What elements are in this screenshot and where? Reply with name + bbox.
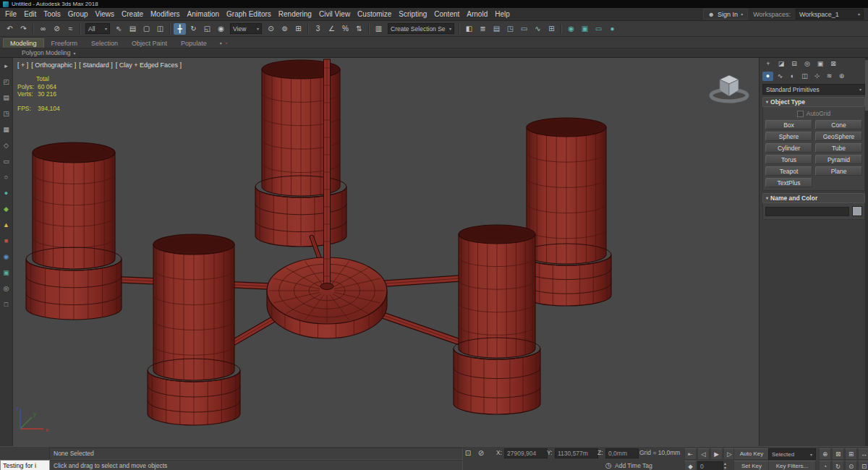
- maxscript-mini-listener[interactable]: Testing for i: [0, 460, 50, 470]
- named-selection-set-dropdown[interactable]: Create Selection Se ▾: [388, 23, 454, 34]
- schematic-view-icon[interactable]: ⊞: [545, 23, 558, 35]
- current-frame-field[interactable]: 0: [697, 461, 723, 470]
- undo-icon[interactable]: ↶: [4, 23, 16, 35]
- percent-snap-icon[interactable]: %: [339, 23, 352, 35]
- select-by-name-icon[interactable]: ▤: [127, 23, 139, 35]
- space-warps-category-icon[interactable]: ≋: [824, 72, 835, 81]
- go-to-start-icon[interactable]: ⇤: [684, 448, 697, 460]
- dock-toolbar-icon[interactable]: ●: [1, 189, 11, 198]
- utilities-tab-icon[interactable]: ⊠: [827, 59, 839, 69]
- y-coordinate-field[interactable]: 1130,577m: [555, 448, 598, 458]
- cameras-category-icon[interactable]: ◫: [799, 72, 810, 81]
- polygon-modeling-panel-label[interactable]: Polygon Modeling: [22, 49, 71, 56]
- object-color-swatch[interactable]: [852, 206, 862, 216]
- menu-item[interactable]: Animation: [184, 8, 223, 20]
- primitives-dropdown[interactable]: Standard Primitives ▾: [762, 84, 865, 95]
- menu-item[interactable]: Civil View: [315, 8, 354, 20]
- shapes-category-icon[interactable]: ∿: [775, 72, 786, 81]
- primitive-button[interactable]: Cylinder: [765, 143, 812, 153]
- dock-toolbar-icon[interactable]: ■: [1, 236, 11, 246]
- modify-tab-icon[interactable]: ◪: [775, 59, 787, 69]
- dock-toolbar-icon[interactable]: ▣: [1, 268, 11, 278]
- ribbon-toggle-icon[interactable]: ▭: [518, 23, 530, 35]
- menu-item[interactable]: File: [1, 8, 20, 20]
- systems-category-icon[interactable]: ⊛: [836, 72, 847, 81]
- primitive-button[interactable]: Tube: [815, 143, 862, 153]
- redo-icon[interactable]: ↷: [17, 23, 30, 35]
- unlink-selection-icon[interactable]: ⊘: [51, 23, 63, 35]
- window-crossing-icon[interactable]: ◫: [154, 23, 166, 35]
- set-key-button[interactable]: Set Key: [733, 461, 770, 470]
- dock-toolbar-icon[interactable]: ▸: [1, 61, 11, 71]
- sign-in-button[interactable]: ☻ Sign In ▾: [703, 9, 749, 20]
- ribbon-tab[interactable]: Object Paint: [125, 39, 174, 48]
- curve-editor-icon[interactable]: ∿: [532, 23, 544, 35]
- rectangular-selection-region-icon[interactable]: ▢: [140, 23, 153, 35]
- object-type-rollout-header[interactable]: ▾ Object Type: [762, 97, 865, 107]
- angle-snap-icon[interactable]: ∠: [326, 23, 338, 35]
- primitive-button[interactable]: Cone: [815, 120, 862, 129]
- dock-toolbar-icon[interactable]: ▭: [1, 157, 11, 166]
- x-coordinate-field[interactable]: 27909,904: [504, 448, 548, 458]
- helpers-category-icon[interactable]: ⊹: [812, 72, 822, 81]
- display-tab-icon[interactable]: ▣: [814, 59, 826, 69]
- dock-toolbar-icon[interactable]: ◳: [1, 109, 11, 119]
- dock-toolbar-icon[interactable]: ◎: [1, 284, 11, 294]
- menu-item[interactable]: Arnold: [463, 8, 491, 20]
- menu-item[interactable]: Views: [92, 8, 119, 20]
- scene-explorer-icon[interactable]: ◳: [504, 23, 516, 35]
- rendered-frame-window-icon[interactable]: ▭: [592, 23, 605, 35]
- motion-tab-icon[interactable]: ◎: [801, 59, 813, 69]
- selected-set-dropdown[interactable]: Selected ▾: [768, 448, 816, 460]
- select-and-place-icon[interactable]: ◉: [215, 23, 227, 35]
- edit-named-selection-sets-icon[interactable]: ▥: [373, 23, 385, 35]
- frame-spinner[interactable]: ▴ ▾: [722, 461, 728, 470]
- viewport-shading-menu[interactable]: [ Clay + Edged Faces ]: [116, 61, 182, 69]
- autogrid-checkbox[interactable]: [797, 111, 804, 117]
- mirror-icon[interactable]: ◧: [463, 23, 475, 35]
- dock-toolbar-icon[interactable]: ◇: [1, 141, 11, 150]
- menu-item[interactable]: Content: [430, 8, 463, 20]
- dock-toolbar-icon[interactable]: □: [1, 300, 11, 309]
- dock-toolbar-icon[interactable]: ▲: [1, 221, 11, 230]
- render-setup-icon[interactable]: ▣: [579, 23, 591, 35]
- reference-coordinate-dropdown[interactable]: View ▾: [230, 23, 262, 34]
- ribbon-option-icon[interactable]: ▪: [226, 40, 228, 46]
- layer-manager-icon[interactable]: ▤: [490, 23, 503, 35]
- menu-item[interactable]: Scripting: [395, 8, 430, 20]
- dock-toolbar-icon[interactable]: ○: [1, 173, 11, 182]
- menu-item[interactable]: Rendering: [275, 8, 315, 20]
- maximize-viewport-icon[interactable]: ⊡: [858, 461, 868, 470]
- object-name-field[interactable]: [765, 207, 849, 216]
- dock-toolbar-icon[interactable]: ◆: [1, 205, 11, 214]
- menu-item[interactable]: Edit: [20, 8, 40, 20]
- select-and-scale-icon[interactable]: ◱: [201, 23, 213, 35]
- ribbon-tab[interactable]: Populate: [174, 39, 213, 48]
- key-filters-button[interactable]: Key Filters...: [768, 461, 816, 470]
- dock-toolbar-icon[interactable]: ◉: [1, 252, 11, 262]
- primitive-button[interactable]: Sphere: [765, 132, 812, 141]
- primitive-button[interactable]: Torus: [765, 155, 812, 164]
- menu-item[interactable]: Graph Editors: [223, 8, 275, 20]
- selection-lock-icon[interactable]: ⊘: [476, 448, 486, 458]
- use-pivot-center-icon[interactable]: ⊙: [265, 23, 277, 35]
- select-and-rotate-icon[interactable]: ↻: [187, 23, 200, 35]
- key-mode-toggle-icon[interactable]: ◆: [684, 461, 697, 470]
- viewport-general-menu[interactable]: [ + ]: [17, 61, 28, 69]
- menu-item[interactable]: Modifiers: [147, 8, 184, 20]
- geometry-category-icon[interactable]: ●: [762, 72, 773, 81]
- primitive-button[interactable]: GeoSphere: [815, 132, 862, 141]
- menu-item[interactable]: Customize: [354, 8, 395, 20]
- hierarchy-tab-icon[interactable]: ⊟: [788, 59, 800, 69]
- primitive-button[interactable]: Box: [765, 120, 812, 129]
- zoom-extents-icon[interactable]: ⊠: [832, 448, 844, 460]
- auto-key-button[interactable]: Auto Key: [733, 448, 770, 460]
- isolate-selection-icon[interactable]: ⊡: [463, 448, 473, 458]
- select-object-icon[interactable]: ⇖: [113, 23, 125, 35]
- ribbon-tab[interactable]: Freeform: [45, 39, 85, 48]
- ribbon-minimize-icon[interactable]: ▾: [220, 40, 222, 46]
- viewport-pov-menu[interactable]: [ Orthographic ]: [31, 61, 76, 69]
- zoom-icon[interactable]: ⊕: [819, 448, 831, 460]
- play-icon[interactable]: ▶: [710, 448, 723, 460]
- bind-to-space-warp-icon[interactable]: ≈: [64, 23, 77, 35]
